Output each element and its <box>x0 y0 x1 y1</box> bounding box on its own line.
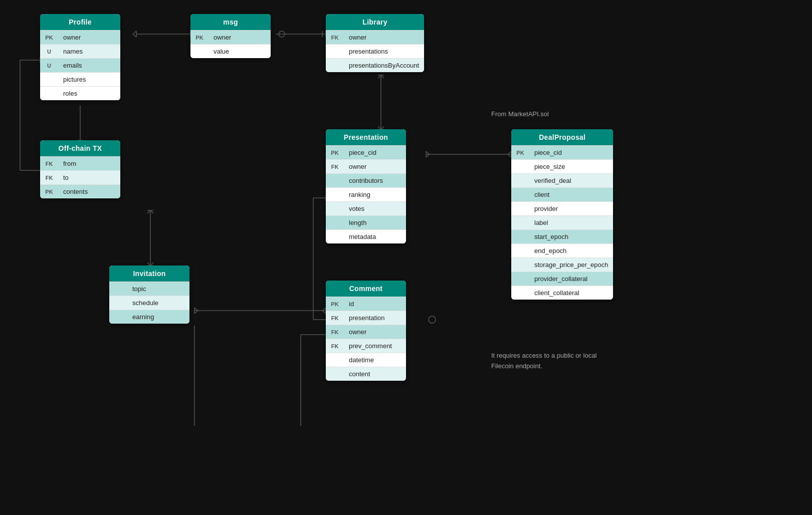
field-name-dealproposal-0: piece_cid <box>529 146 613 159</box>
field-name-profile-3: pictures <box>58 73 120 86</box>
svg-line-23 <box>426 151 430 154</box>
entity-row-invitation-0: topic <box>109 282 189 296</box>
key-label-invitation-1 <box>109 300 127 306</box>
entity-row-offchain-1: FKto <box>40 170 120 184</box>
key-label-offchain-2: PK <box>40 186 58 198</box>
entity-row-presentation-1: FKowner <box>326 159 406 173</box>
entity-row-presentation-5: length <box>326 215 406 229</box>
field-name-profile-4: roles <box>58 87 120 100</box>
key-label-profile-0: PK <box>40 32 58 44</box>
entity-row-dealproposal-5: label <box>511 215 613 229</box>
key-label-comment-2: FK <box>326 326 344 338</box>
key-label-library-1 <box>326 49 344 55</box>
svg-point-48 <box>429 316 436 323</box>
key-label-dealproposal-5 <box>511 220 529 226</box>
entity-row-comment-4: datetime <box>326 353 406 367</box>
entity-header-msg: msg <box>190 14 271 30</box>
entity-header-invitation: Invitation <box>109 266 189 282</box>
field-name-comment-1: presentation <box>344 311 406 325</box>
svg-line-2 <box>133 34 136 37</box>
entity-row-offchain-2: PKcontents <box>40 184 120 198</box>
key-label-dealproposal-4 <box>511 206 529 212</box>
svg-line-26 <box>508 151 511 154</box>
entity-row-msg-0: PKowner <box>190 30 271 44</box>
field-name-comment-5: content <box>344 367 406 381</box>
field-name-invitation-1: schedule <box>127 296 189 310</box>
field-name-library-1: presentations <box>344 45 424 58</box>
key-label-invitation-2 <box>109 314 127 320</box>
field-name-dealproposal-3: client <box>529 188 613 201</box>
field-name-presentation-3: ranking <box>344 188 406 201</box>
entity-row-dealproposal-7: end_epoch <box>511 243 613 258</box>
key-label-comment-0: PK <box>326 298 344 310</box>
key-label-profile-2: U <box>40 60 58 72</box>
svg-line-24 <box>426 154 430 157</box>
entity-row-library-2: presentationsByAccount <box>326 58 424 72</box>
field-name-profile-2: emails <box>58 59 120 72</box>
key-label-presentation-3 <box>326 192 344 198</box>
field-name-offchain-0: from <box>58 157 120 170</box>
entity-library: LibraryFKownerpresentationspresentations… <box>326 14 424 72</box>
entity-row-msg-1: value <box>190 44 271 58</box>
key-label-msg-1 <box>190 49 209 55</box>
field-name-dealproposal-9: provider_collateral <box>529 272 613 286</box>
entity-row-profile-3: pictures <box>40 72 120 86</box>
entity-row-dealproposal-9: provider_collateral <box>511 272 613 286</box>
key-label-profile-1: U <box>40 46 58 58</box>
entity-row-profile-1: Unames <box>40 44 120 58</box>
entity-header-comment: Comment <box>326 281 406 297</box>
key-label-dealproposal-2 <box>511 178 529 184</box>
key-label-presentation-2 <box>326 178 344 184</box>
svg-line-40 <box>322 308 326 311</box>
ann1: From MarketAPI.sol <box>491 109 549 120</box>
entity-row-profile-0: PKowner <box>40 30 120 44</box>
field-name-presentation-5: length <box>344 216 406 229</box>
entity-row-comment-1: FKpresentation <box>326 311 406 325</box>
entity-row-dealproposal-8: storage_price_per_epoch <box>511 258 613 272</box>
svg-line-37 <box>194 308 198 311</box>
diagram-container: ProfilePKownerUnamesUemailspicturesroles… <box>0 0 812 515</box>
entity-row-dealproposal-6: start_epoch <box>511 229 613 243</box>
entity-offchain: Off-chain TXFKfromFKtoPKcontents <box>40 140 120 198</box>
entity-header-offchain: Off-chain TX <box>40 140 120 156</box>
key-label-presentation-0: PK <box>326 147 344 159</box>
key-label-dealproposal-6 <box>511 234 529 240</box>
key-label-library-2 <box>326 63 344 69</box>
field-name-comment-2: owner <box>344 325 406 339</box>
entity-row-offchain-0: FKfrom <box>40 156 120 170</box>
svg-line-31 <box>150 210 153 213</box>
connectors-svg <box>0 0 812 515</box>
field-name-library-2: presentationsByAccount <box>344 59 424 72</box>
key-label-offchain-1: FK <box>40 172 58 184</box>
entity-row-invitation-2: earning <box>109 310 189 324</box>
key-label-msg-0: PK <box>190 32 209 44</box>
entity-row-dealproposal-2: verified_deal <box>511 173 613 187</box>
entity-row-comment-0: PKid <box>326 297 406 311</box>
svg-line-38 <box>194 311 198 314</box>
entity-comment: CommentPKidFKpresentationFKownerFKprev_c… <box>326 281 406 381</box>
field-name-comment-4: datetime <box>344 353 406 367</box>
field-name-invitation-2: earning <box>127 310 189 324</box>
entity-presentation: PresentationPKpiece_cidFKownercontributo… <box>326 129 406 243</box>
field-name-offchain-1: to <box>58 171 120 184</box>
entity-row-presentation-4: votes <box>326 201 406 215</box>
entity-row-dealproposal-0: PKpiece_cid <box>511 145 613 159</box>
entity-row-profile-4: roles <box>40 86 120 100</box>
entity-row-presentation-2: contributors <box>326 173 406 187</box>
key-label-library-0: FK <box>326 32 344 44</box>
key-label-comment-1: FK <box>326 312 344 324</box>
field-name-presentation-0: piece_cid <box>344 146 406 159</box>
key-label-dealproposal-9 <box>511 276 529 282</box>
field-name-dealproposal-2: verified_deal <box>529 174 613 187</box>
field-name-presentation-6: metadata <box>344 230 406 243</box>
entity-row-library-0: FKowner <box>326 30 424 44</box>
entity-row-presentation-6: metadata <box>326 229 406 243</box>
field-name-comment-0: id <box>344 297 406 311</box>
entity-row-presentation-3: ranking <box>326 187 406 201</box>
svg-line-52 <box>381 75 384 78</box>
entity-row-comment-5: content <box>326 367 406 381</box>
key-label-invitation-0 <box>109 286 127 292</box>
entity-header-presentation: Presentation <box>326 129 406 145</box>
field-name-msg-0: owner <box>209 31 271 44</box>
svg-line-51 <box>378 75 381 78</box>
